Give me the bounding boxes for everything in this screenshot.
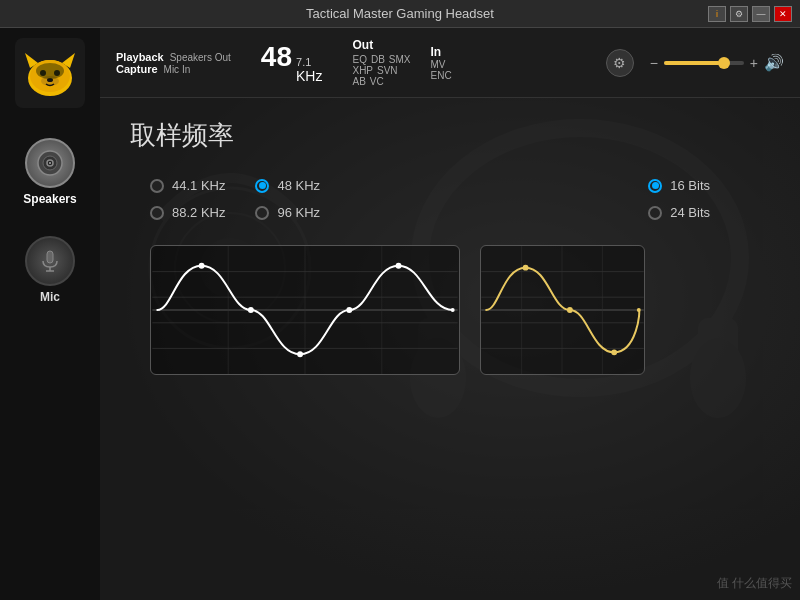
in-enc: ENC	[431, 70, 452, 81]
logo	[15, 38, 85, 108]
settings-icon-area: ⚙ − + 🔊	[606, 49, 784, 77]
out-title: Out	[352, 38, 410, 52]
svg-point-36	[396, 263, 402, 269]
svg-point-47	[567, 307, 573, 313]
volume-icon: 🔊	[764, 53, 784, 72]
feat-smx: SMX	[389, 54, 411, 65]
svg-point-34	[297, 351, 303, 357]
settings-button[interactable]: ⚙	[730, 6, 748, 22]
waveform-chart-large	[150, 245, 460, 375]
sample-rate-options: 44.1 KHz 88.2 KHz 48 KHz	[100, 168, 800, 230]
capture-label: Capture	[116, 63, 158, 75]
out-features-3: AB VC	[352, 76, 410, 87]
feat-eq: EQ	[352, 54, 366, 65]
svg-point-35	[346, 307, 352, 313]
bits-option-16[interactable]: 16 Bits	[648, 178, 710, 193]
waveform-chart-small	[480, 245, 645, 375]
feat-vc: VC	[370, 76, 384, 87]
sr-col-2: 48 KHz 96 KHz	[255, 178, 320, 220]
title-bar: Tactical Master Gaming Headset i ⚙ — ✕	[0, 0, 800, 28]
sidebar: Speakers Mic	[0, 28, 100, 600]
gear-button[interactable]: ⚙	[606, 49, 634, 77]
info-button[interactable]: i	[708, 6, 726, 22]
sr-882-label: 88.2 KHz	[172, 205, 225, 220]
svg-point-37	[451, 308, 455, 312]
top-info-bar: Playback Speakers Out Capture Mic In 48 …	[100, 28, 800, 98]
feat-xhp: XHP	[352, 65, 373, 76]
volume-plus-button[interactable]: +	[750, 55, 758, 71]
section-title: 取样频率	[100, 98, 800, 168]
radio-441[interactable]	[150, 179, 164, 193]
svg-point-8	[36, 63, 64, 79]
in-mv: MV	[431, 59, 452, 70]
mic-label: Mic	[40, 290, 60, 304]
radio-24bit[interactable]	[648, 206, 662, 220]
svg-rect-13	[47, 251, 53, 263]
volume-slider-thumb	[718, 57, 730, 69]
content-area: 取样频率 44.1 KHz 88.2 KHz	[100, 98, 800, 600]
sidebar-item-mic[interactable]: Mic	[25, 236, 75, 304]
sr-option-96[interactable]: 96 KHz	[255, 205, 320, 220]
svg-point-32	[199, 263, 205, 269]
volume-slider-fill	[664, 61, 720, 65]
app-title: Tactical Master Gaming Headset	[306, 6, 494, 21]
bits-col: 16 Bits 24 Bits	[648, 178, 710, 220]
24bit-label: 24 Bits	[670, 205, 710, 220]
svg-point-33	[248, 307, 254, 313]
window-controls: i ⚙ — ✕	[708, 6, 792, 22]
16bit-label: 16 Bits	[670, 178, 710, 193]
svg-point-46	[523, 265, 529, 271]
in-section: In MV ENC	[431, 45, 452, 81]
sidebar-item-speakers[interactable]: Speakers	[23, 138, 76, 206]
playback-label: Playback	[116, 51, 164, 63]
playback-device: Speakers Out	[170, 52, 231, 63]
sr-48-label: 48 KHz	[277, 178, 320, 193]
svg-point-12	[49, 162, 51, 164]
sr-col-1: 44.1 KHz 88.2 KHz	[150, 178, 225, 220]
volume-control: − + 🔊	[650, 53, 784, 72]
main-container: Speakers Mic Playback Speakers Out	[0, 28, 800, 600]
speakers-label: Speakers	[23, 192, 76, 206]
feat-svn: SVN	[377, 65, 398, 76]
in-features: MV ENC	[431, 59, 452, 81]
watermark: 值 什么值得买	[717, 575, 792, 592]
bits-option-24[interactable]: 24 Bits	[648, 205, 710, 220]
sample-rate-unit: KHz	[296, 68, 322, 84]
out-section: Out EQ DB SMX XHP SVN AB VC	[352, 38, 410, 87]
sample-rate-number: 48	[261, 41, 292, 73]
sample-rate-display: 48 7.1 KHz	[261, 41, 323, 84]
in-title: In	[431, 45, 452, 59]
sr-option-48[interactable]: 48 KHz	[255, 178, 320, 193]
volume-minus-button[interactable]: −	[650, 55, 658, 71]
sr-441-label: 44.1 KHz	[172, 178, 225, 193]
svg-point-49	[637, 308, 641, 312]
minimize-button[interactable]: —	[752, 6, 770, 22]
radio-16bit[interactable]	[648, 179, 662, 193]
svg-point-48	[611, 349, 617, 355]
device-info: Playback Speakers Out Capture Mic In	[116, 51, 231, 75]
feat-ab: AB	[352, 76, 365, 87]
radio-16bit-inner	[652, 182, 659, 189]
sr-option-441[interactable]: 44.1 KHz	[150, 178, 225, 193]
close-button[interactable]: ✕	[774, 6, 792, 22]
out-features-2: XHP SVN	[352, 65, 410, 76]
mic-icon	[25, 236, 75, 286]
sr-96-label: 96 KHz	[277, 205, 320, 220]
radio-48[interactable]	[255, 179, 269, 193]
charts-container	[100, 230, 800, 390]
speakers-icon	[25, 138, 75, 188]
radio-882[interactable]	[150, 206, 164, 220]
feat-db: DB	[371, 54, 385, 65]
volume-slider[interactable]	[664, 61, 744, 65]
radio-48-inner	[259, 182, 266, 189]
sr-option-882[interactable]: 88.2 KHz	[150, 205, 225, 220]
capture-device: Mic In	[164, 64, 191, 75]
sample-rate-detail: 7.1	[296, 56, 311, 68]
out-features: EQ DB SMX	[352, 54, 410, 65]
radio-96[interactable]	[255, 206, 269, 220]
